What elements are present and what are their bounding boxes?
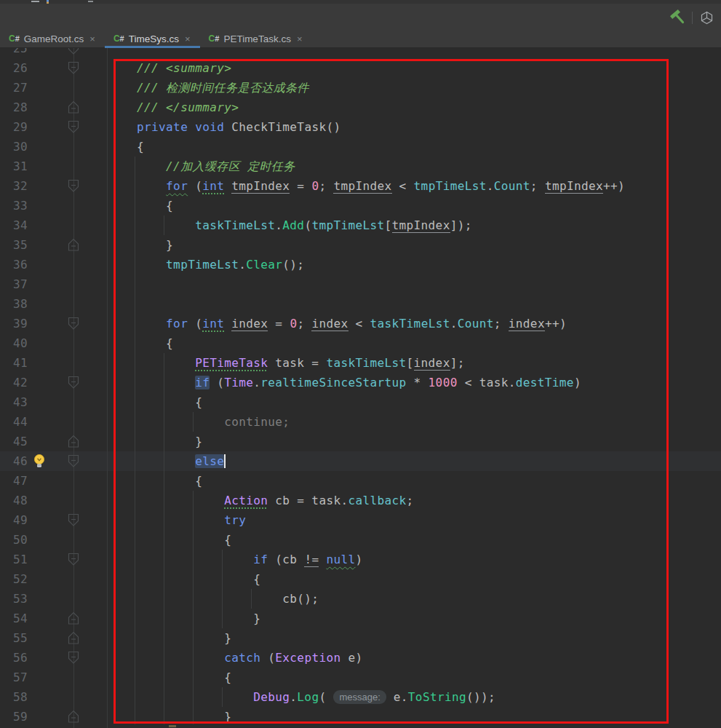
text-caret: [224, 454, 226, 468]
code-line[interactable]: 27 /// 检测时间任务是否达成条件: [0, 78, 721, 98]
line-number[interactable]: 46: [0, 451, 28, 471]
line-number[interactable]: 45: [0, 432, 28, 451]
line-number[interactable]: 42: [0, 373, 28, 392]
code-line[interactable]: 33 {: [0, 196, 721, 215]
line-number[interactable]: 52: [0, 569, 28, 589]
line-number[interactable]: 37: [0, 274, 28, 294]
line-number[interactable]: 32: [0, 176, 28, 196]
line-number[interactable]: 31: [0, 157, 28, 176]
tab-petimetask-cs[interactable]: C# PETimeTask.cs ×: [200, 29, 312, 48]
line-number[interactable]: 51: [0, 550, 28, 569]
code-line[interactable]: 39 for (int index = 0; index < taskTimeL…: [0, 314, 721, 333]
line-number[interactable]: 54: [0, 609, 28, 628]
line-number[interactable]: 59: [0, 707, 28, 727]
intention-lightbulb-icon[interactable]: [33, 454, 46, 468]
line-number[interactable]: 34: [0, 215, 28, 235]
line-number[interactable]: 55: [0, 628, 28, 648]
code-line[interactable]: 57 {: [0, 668, 721, 687]
fold-start-icon[interactable]: [68, 317, 79, 331]
code-line[interactable]: 36 tmpTimeLst.Clear();: [0, 255, 721, 274]
fold-start-icon[interactable]: [68, 651, 79, 665]
code-line[interactable]: 34 taskTimeLst.Add(tmpTimeLst[tmpIndex])…: [0, 215, 721, 235]
code-line[interactable]: 52 {: [0, 569, 721, 589]
line-number[interactable]: 56: [0, 648, 28, 668]
fold-start-icon[interactable]: [68, 553, 79, 566]
code-line[interactable]: 51 if (cb != null): [0, 550, 721, 569]
code-line[interactable]: 47 {: [0, 471, 721, 491]
code-line[interactable]: 49 try: [0, 510, 721, 530]
minimize-icon[interactable]: [31, 1, 39, 2]
line-number[interactable]: 53: [0, 589, 28, 609]
code-text: catch (Exception e): [108, 648, 363, 668]
fold-end-icon[interactable]: [68, 238, 79, 252]
code-line[interactable]: 58 Debug.Log( message: e.ToString());: [0, 687, 721, 707]
code-line[interactable]: 31 //加入缓存区 定时任务: [0, 157, 721, 176]
code-line[interactable]: 53 cb();: [0, 589, 721, 609]
line-number[interactable]: 43: [0, 392, 28, 412]
fold-start-icon[interactable]: [68, 376, 79, 389]
line-number[interactable]: 47: [0, 471, 28, 491]
code-line[interactable]: 50 {: [0, 530, 721, 550]
code-line[interactable]: 55 }: [0, 628, 721, 648]
line-number[interactable]: 58: [0, 687, 28, 707]
tab-gameroot-cs[interactable]: C# GameRoot.cs ×: [0, 29, 105, 48]
code-text: Action cb = task.callback;: [108, 491, 414, 510]
code-line[interactable]: 42 if (Time.realtimeSinceStartup * 1000 …: [0, 373, 721, 392]
fold-start-icon[interactable]: [68, 179, 79, 193]
code-line[interactable]: 46 else: [0, 451, 721, 471]
close-icon[interactable]: ×: [185, 33, 191, 44]
line-number[interactable]: 27: [0, 78, 28, 98]
code-line[interactable]: 59 }: [0, 707, 721, 727]
fold-end-icon[interactable]: [68, 612, 79, 625]
line-number[interactable]: 35: [0, 235, 28, 255]
line-number[interactable]: 48: [0, 491, 28, 510]
code-line[interactable]: 28 /// </summary>: [0, 98, 721, 117]
line-number[interactable]: 39: [0, 314, 28, 333]
line-number[interactable]: 50: [0, 530, 28, 550]
line-number[interactable]: 28: [0, 98, 28, 117]
line-number[interactable]: 36: [0, 255, 28, 274]
line-number[interactable]: 33: [0, 196, 28, 215]
code-line[interactable]: 56 catch (Exception e): [0, 648, 721, 668]
line-number[interactable]: 29: [0, 117, 28, 137]
csharp-file-icon: C#: [209, 33, 220, 44]
line-number[interactable]: 26: [0, 58, 28, 78]
build-hammer-icon[interactable]: [669, 9, 687, 26]
code-line[interactable]: 44 continue;: [0, 412, 721, 432]
code-line[interactable]: 32 for (int tmpIndex = 0; tmpIndex < tmp…: [0, 176, 721, 196]
close-icon[interactable]: ×: [89, 33, 95, 44]
line-number[interactable]: 40: [0, 333, 28, 353]
fold-end-icon[interactable]: [68, 631, 79, 645]
code-line[interactable]: 35 }: [0, 235, 721, 255]
line-number[interactable]: 38: [0, 294, 28, 314]
unity-logo-icon[interactable]: [698, 9, 715, 26]
code-line[interactable]: 54 }: [0, 609, 721, 628]
code-line[interactable]: 30 {: [0, 137, 721, 157]
fold-start-icon[interactable]: [68, 120, 79, 134]
code-line[interactable]: 37: [0, 274, 721, 294]
code-editor[interactable]: 2526 /// <summary>27 /// 检测时间任务是否达成条件28 …: [0, 0, 721, 728]
fold-end-icon[interactable]: [68, 435, 79, 448]
window-title-bar: [0, 0, 721, 4]
code-text: {: [108, 137, 144, 157]
fold-end-icon[interactable]: [68, 100, 79, 114]
line-number[interactable]: 41: [0, 353, 28, 373]
tab-timesys-cs[interactable]: C# TimeSys.cs ×: [105, 29, 200, 48]
fold-start-icon[interactable]: [68, 454, 79, 468]
code-line[interactable]: 29 private void CheckTimeTask(): [0, 117, 721, 137]
code-line[interactable]: 45 }: [0, 432, 721, 451]
code-line[interactable]: 41 PETimeTask task = taskTimeLst[index];: [0, 353, 721, 373]
line-number[interactable]: 49: [0, 510, 28, 530]
fold-start-icon[interactable]: [68, 61, 79, 75]
line-number[interactable]: 57: [0, 668, 28, 687]
code-line[interactable]: 48 Action cb = task.callback;: [0, 491, 721, 510]
line-number[interactable]: 44: [0, 412, 28, 432]
code-line[interactable]: 38: [0, 294, 721, 314]
close-icon[interactable]: ×: [297, 33, 303, 44]
code-line[interactable]: 43 {: [0, 392, 721, 412]
fold-start-icon[interactable]: [68, 513, 79, 527]
code-line[interactable]: 40 {: [0, 333, 721, 353]
fold-end-icon[interactable]: [68, 710, 79, 724]
code-line[interactable]: 26 /// <summary>: [0, 58, 721, 78]
line-number[interactable]: 30: [0, 137, 28, 157]
